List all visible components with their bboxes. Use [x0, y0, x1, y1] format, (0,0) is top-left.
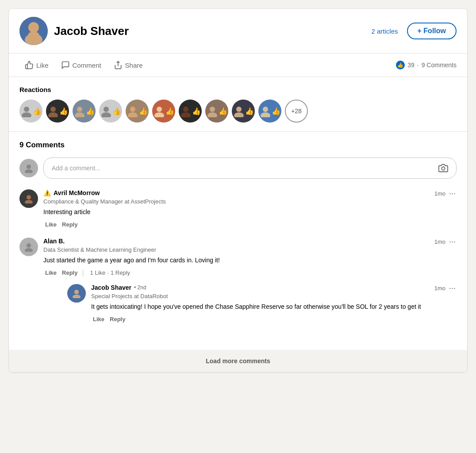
camera-icon — [438, 163, 448, 173]
reactions-avatars: 👍 👍 👍 — [19, 100, 457, 123]
nested-comment: Jacob Shaver • 2nd 1mo ··· Special Proje… — [67, 284, 457, 323]
comment-meta: 1mo ··· — [434, 238, 457, 246]
comment-avatar[interactable] — [19, 189, 38, 208]
svg-point-32 — [74, 290, 79, 294]
reaction-avatar[interactable]: 👍 — [232, 100, 255, 123]
connection-badge: • 2nd — [134, 284, 146, 291]
more-reactions-badge[interactable]: +28 — [285, 100, 308, 123]
reaction-avatar[interactable]: 👍 — [152, 100, 175, 123]
comment-like-button[interactable]: Like — [43, 220, 58, 229]
author-name[interactable]: Jacob Shaver — [54, 24, 129, 38]
comment-header: ⚠️ Avril McMorrow 1mo ··· — [43, 189, 457, 197]
comment-placeholder: Add a comment... — [52, 165, 100, 172]
comment-author[interactable]: Alan B. — [43, 238, 65, 245]
like-badge: 👍 — [165, 107, 174, 115]
comment-author-title: Compliance & Quality Manager at AssetPro… — [43, 198, 457, 205]
reactions-title: Reactions — [19, 86, 457, 93]
comment-label: Comment — [73, 61, 101, 69]
share-button[interactable]: Share — [108, 58, 148, 72]
svg-point-29 — [25, 200, 33, 203]
comment-avatar[interactable] — [19, 238, 38, 256]
share-icon — [114, 61, 123, 69]
svg-point-7 — [50, 107, 56, 112]
comment-button[interactable]: Comment — [56, 58, 107, 72]
person-icon — [47, 105, 59, 117]
comment-body: Alan B. 1mo ··· Data Scientist & Machine… — [43, 238, 457, 332]
svg-point-6 — [22, 112, 31, 117]
reaction-avatar[interactable]: 👍 — [73, 100, 96, 123]
nested-like-button[interactable]: Like — [91, 315, 106, 323]
person-icon — [127, 105, 139, 117]
comment-author[interactable]: Avril McMorrow — [54, 189, 100, 196]
like-badge: 👍 — [219, 107, 227, 115]
svg-point-28 — [27, 195, 31, 200]
comment-actions: Like Reply — [43, 220, 457, 229]
more-options-button[interactable]: ··· — [448, 238, 457, 246]
reaction-avatar[interactable]: 👍 — [205, 100, 228, 123]
more-options-button[interactable]: ··· — [448, 189, 457, 197]
add-comment-input[interactable]: Add a comment... — [43, 157, 457, 179]
stats-separator: · — [107, 269, 109, 276]
reaction-avatar[interactable]: 👍 — [126, 100, 149, 123]
comment-body: ⚠️ Avril McMorrow 1mo ··· Compliance & Q… — [43, 189, 457, 229]
like-icon — [25, 61, 34, 69]
comment-actions: Like Reply | 1 Like · 1 Reply — [43, 269, 457, 277]
comment-time: 1mo — [434, 190, 445, 197]
svg-point-17 — [183, 107, 188, 112]
nested-comment-actions: Like Reply — [91, 315, 457, 323]
nested-comment-meta: 1mo ··· — [434, 284, 457, 292]
reaction-avatar[interactable]: 👍 — [179, 100, 202, 123]
like-button[interactable]: Like — [19, 58, 54, 72]
nested-comment-avatar[interactable] — [67, 284, 86, 303]
nested-comment-title: Special Projects at DataRobot — [91, 293, 457, 299]
comment-like-button[interactable]: Like — [43, 269, 58, 277]
svg-point-20 — [207, 112, 217, 117]
comment-meta: 1mo ··· — [434, 189, 457, 197]
header-actions: 2 articles + Follow — [372, 23, 457, 39]
svg-point-19 — [210, 107, 215, 112]
svg-point-24 — [261, 112, 270, 117]
like-label: Like — [36, 61, 49, 69]
svg-point-30 — [27, 243, 31, 248]
nested-reply-button[interactable]: Reply — [108, 315, 127, 323]
separator: | — [82, 269, 84, 277]
person-icon — [259, 105, 272, 117]
svg-point-16 — [154, 112, 164, 117]
reactions-summary: 👍 39 · 9 Comments — [396, 61, 457, 69]
author-info: Jacob Shaver — [19, 17, 129, 45]
comment-icon — [61, 61, 70, 69]
replies-count: 1 Reply — [111, 269, 130, 276]
comment-reply-button[interactable]: Reply — [60, 269, 79, 277]
load-more-label: Load more comments — [206, 357, 270, 365]
svg-point-31 — [25, 248, 33, 252]
likes-count: 1 Like — [90, 269, 106, 276]
svg-point-11 — [104, 107, 109, 112]
comments-count: 9 Comments — [422, 61, 457, 69]
follow-button[interactable]: + Follow — [407, 23, 457, 39]
nested-more-options-button[interactable]: ··· — [448, 284, 457, 292]
author-avatar[interactable] — [19, 17, 48, 45]
person-icon — [73, 105, 86, 117]
share-label: Share — [125, 61, 143, 69]
comment-stats: 1 Like · 1 Reply — [90, 269, 130, 276]
like-badge: 👍 — [86, 107, 95, 115]
reaction-avatar[interactable]: 👍 — [19, 100, 42, 123]
reaction-avatar[interactable]: 👍 — [99, 100, 122, 123]
load-more-section[interactable]: Load more comments — [9, 350, 467, 372]
add-comment-row: Add a comment... — [19, 157, 457, 179]
reaction-emoji: 👍 — [396, 61, 405, 69]
person-icon — [180, 105, 192, 117]
svg-point-21 — [236, 107, 242, 112]
reaction-avatar[interactable]: 👍 — [258, 100, 281, 123]
warning-icon: ⚠️ — [43, 189, 51, 196]
svg-point-3 — [29, 23, 38, 32]
comment-reply-button[interactable]: Reply — [60, 220, 79, 229]
commenter-icon — [24, 242, 34, 252]
nested-comment-text: It gets intoxicating! I hope you've open… — [91, 302, 457, 311]
nested-comment-body: Jacob Shaver • 2nd 1mo ··· Special Proje… — [91, 284, 457, 323]
nested-comment-author[interactable]: Jacob Shaver — [91, 284, 131, 291]
comments-title: 9 Comments — [19, 141, 457, 150]
svg-point-14 — [128, 112, 138, 117]
reaction-avatar[interactable]: 👍 — [46, 100, 69, 123]
svg-point-9 — [77, 107, 82, 112]
